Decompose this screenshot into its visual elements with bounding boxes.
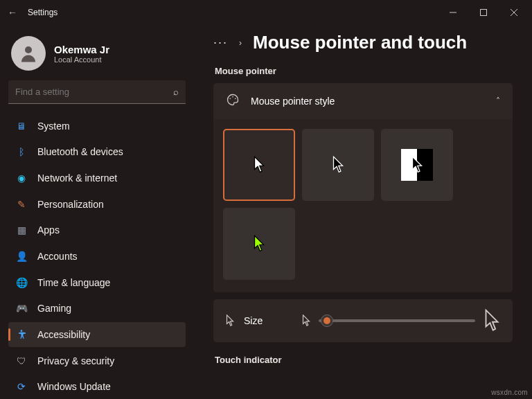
nav-label: Windows Update <box>37 381 111 392</box>
nav-label: Accessibility <box>37 329 90 340</box>
nav-icon: ᛒ <box>15 145 28 158</box>
nav-label: Time & language <box>37 277 110 288</box>
svg-point-5 <box>21 330 23 332</box>
nav-icon: ⟳ <box>15 380 28 393</box>
nav-item-network-internet[interactable]: ◉Network & internet <box>8 166 186 190</box>
nav-item-accessibility[interactable]: Accessibility <box>8 322 186 347</box>
pointer-style-black[interactable] <box>302 129 374 201</box>
style-card: Mouse pointer style ˄ <box>213 83 513 292</box>
nav-item-accounts[interactable]: 👤Accounts <box>8 244 186 269</box>
titlebar: ← Settings <box>0 0 532 25</box>
sidebar: Okemwa Jr Local Account ⌕ 🖥SystemᛒBlueto… <box>0 25 194 399</box>
palette-icon <box>226 93 241 109</box>
style-card-label: Mouse pointer style <box>251 96 486 107</box>
nav-item-privacy-security[interactable]: 🛡Privacy & security <box>8 348 186 373</box>
section-touch-indicator: Touch indicator <box>215 355 513 365</box>
nav-icon: 🛡 <box>15 355 28 367</box>
cursor-small-icon <box>226 314 234 327</box>
chevron-up-icon: ˄ <box>496 96 500 106</box>
pointer-style-inverted[interactable] <box>381 129 453 201</box>
nav-label: Personalization <box>37 199 104 210</box>
nav-item-personalization[interactable]: ✎Personalization <box>8 192 186 217</box>
maximize-button[interactable] <box>468 1 499 24</box>
size-card: Size <box>213 299 513 342</box>
nav-item-time-language[interactable]: 🌐Time & language <box>8 270 186 295</box>
nav-icon: 🖥 <box>15 120 28 132</box>
nav-label: Privacy & security <box>37 355 114 366</box>
main: ··· › Mouse pointer and touch Mouse poin… <box>194 25 532 399</box>
nav-item-system[interactable]: 🖥System <box>8 114 186 139</box>
search-input[interactable] <box>15 87 173 97</box>
nav-icon: 👤 <box>15 250 28 263</box>
nav-item-apps[interactable]: ▦Apps <box>8 218 186 243</box>
breadcrumb: ··· › Mouse pointer and touch <box>213 32 513 53</box>
nav-label: System <box>37 121 70 132</box>
svg-point-6 <box>229 98 231 100</box>
pointer-style-white[interactable] <box>223 129 295 201</box>
nav-icon: ✎ <box>15 198 28 211</box>
chevron-right-icon: › <box>239 38 242 48</box>
back-button[interactable]: ← <box>3 7 22 18</box>
nav-icon: 🌐 <box>15 276 28 289</box>
slider-thumb[interactable] <box>321 314 333 327</box>
section-mouse-pointer: Mouse pointer <box>215 66 513 76</box>
watermark: wsxdn.com <box>491 389 528 396</box>
nav-item-windows-update[interactable]: ⟳Windows Update <box>8 374 186 399</box>
svg-point-4 <box>25 46 32 53</box>
avatar <box>11 36 46 71</box>
user-block[interactable]: Okemwa Jr Local Account <box>8 30 186 80</box>
size-label: Size <box>244 315 292 326</box>
nav-label: Accounts <box>37 251 78 262</box>
nav-label: Network & internet <box>37 172 117 184</box>
size-slider[interactable] <box>319 319 475 322</box>
nav-label: Apps <box>37 224 60 236</box>
svg-point-8 <box>235 98 236 100</box>
nav-icon: ◉ <box>15 172 28 184</box>
page-title: Mouse pointer and touch <box>253 32 467 53</box>
breadcrumb-more[interactable]: ··· <box>213 35 228 50</box>
search-box[interactable]: ⌕ <box>8 80 186 104</box>
search-icon: ⌕ <box>173 87 179 97</box>
pointer-style-custom[interactable] <box>223 208 295 280</box>
nav-item-gaming[interactable]: 🎮Gaming <box>8 296 186 321</box>
nav-label: Bluetooth & devices <box>37 146 123 157</box>
user-sub: Local Account <box>54 55 109 64</box>
cursor-min-icon <box>302 314 310 327</box>
svg-point-7 <box>232 96 233 98</box>
nav-icon <box>15 328 28 341</box>
minimize-button[interactable] <box>438 1 468 24</box>
style-card-body <box>213 119 513 292</box>
cursor-max-icon <box>484 309 500 332</box>
user-name: Okemwa Jr <box>54 44 109 55</box>
nav-item-bluetooth-devices[interactable]: ᛒBluetooth & devices <box>8 140 186 165</box>
nav-label: Gaming <box>37 303 71 314</box>
svg-rect-1 <box>481 10 487 16</box>
close-button[interactable] <box>499 1 529 24</box>
window-title: Settings <box>28 8 57 17</box>
style-card-header[interactable]: Mouse pointer style ˄ <box>213 83 513 119</box>
nav-icon: 🎮 <box>15 302 28 314</box>
nav-icon: ▦ <box>15 224 28 236</box>
nav: 🖥SystemᛒBluetooth & devices◉Network & in… <box>8 114 186 399</box>
